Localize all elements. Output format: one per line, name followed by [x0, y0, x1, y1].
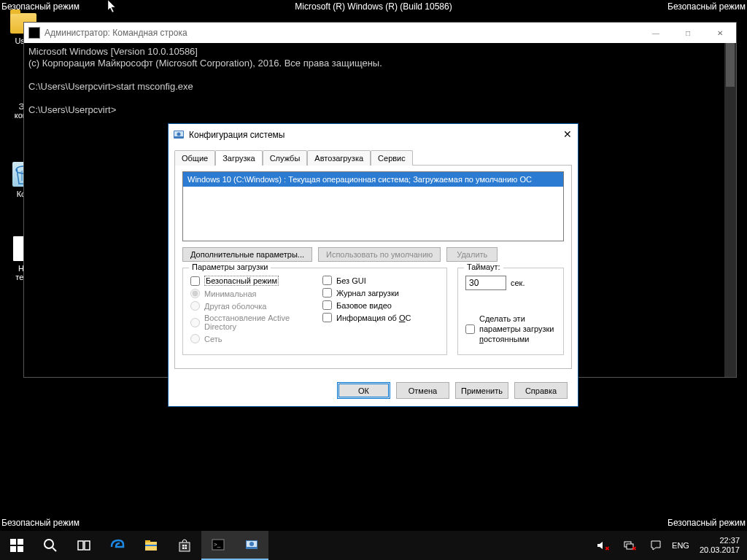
radio-input	[190, 289, 200, 298]
radio-input	[190, 334, 200, 343]
tab-services[interactable]: Службы	[263, 150, 308, 166]
cmd-title: Администратор: Командная строка	[44, 28, 187, 38]
svg-rect-17	[182, 548, 185, 550]
boot-options-group: Параметры загрузки Безопасный режим Мини…	[182, 268, 447, 355]
checkbox-input[interactable]	[190, 276, 200, 286]
msconfig-dialog: Конфигурация системы ✕ Общие Загрузка Сл…	[168, 123, 578, 407]
radio-minimal: Минимальная	[190, 289, 318, 298]
msconfig-taskbar-button[interactable]	[235, 531, 268, 560]
close-button[interactable]: ✕	[562, 128, 573, 140]
volume-icon[interactable]: ✖	[596, 540, 613, 551]
checkbox-input[interactable]	[322, 300, 332, 310]
checkbox-input[interactable]	[465, 324, 475, 334]
checkbox-input[interactable]	[322, 276, 332, 285]
delete-button: Удалить	[446, 247, 498, 262]
ok-button[interactable]: ОК	[337, 382, 390, 399]
radio-input	[190, 301, 200, 311]
tab-body: Windows 10 (C:\Windows) : Текущая операц…	[174, 165, 572, 369]
svg-line-8	[53, 548, 56, 551]
windows-icon	[9, 538, 24, 553]
clock-time: 22:37	[700, 536, 740, 545]
os-boot-info-checkbox[interactable]: Информация об ОС	[322, 313, 439, 322]
cmd-icon	[28, 27, 40, 39]
dialog-titlebar[interactable]: Конфигурация системы ✕	[169, 124, 578, 145]
start-button[interactable]	[0, 531, 34, 560]
svg-rect-10	[85, 541, 90, 550]
dialog-button-row: ОК Отмена Применить Справка	[169, 375, 578, 406]
timeout-group: Таймаут: сек. Сделать эти параметры загр…	[457, 268, 564, 355]
help-button[interactable]: Справка	[514, 382, 568, 399]
no-gui-checkbox[interactable]: Без GUI	[322, 276, 439, 285]
svg-rect-3	[10, 539, 16, 545]
search-icon	[43, 538, 58, 553]
safe-mode-checkbox[interactable]: Безопасный режим	[190, 276, 318, 286]
tab-tools[interactable]: Сервис	[371, 150, 413, 166]
timeout-input[interactable]	[465, 276, 506, 290]
tab-strip: Общие Загрузка Службы Автозагрузка Серви…	[169, 145, 578, 165]
radio-label: Сеть	[204, 335, 222, 343]
checkbox-input[interactable]	[322, 288, 332, 298]
build-label: Microsoft (R) Windows (R) (Build 10586)	[295, 1, 452, 12]
close-button[interactable]: ✕	[704, 23, 736, 43]
tab-startup[interactable]: Автозагрузка	[307, 150, 371, 166]
radio-alt-shell: Другая оболочка	[190, 301, 318, 311]
cmd-body[interactable]: Microsoft Windows [Version 10.0.10586] (…	[24, 43, 736, 119]
clock[interactable]: 22:37 20.03.2017	[700, 536, 740, 555]
svg-rect-5	[10, 546, 16, 552]
tab-general[interactable]: Общие	[174, 150, 215, 166]
minimize-button[interactable]: —	[640, 23, 672, 43]
task-view-icon	[77, 538, 91, 553]
system-tray: ✖ ✖ ENG 22:37 20.03.2017	[596, 531, 747, 560]
cmd-titlebar[interactable]: Администратор: Командная строка — □ ✕	[24, 23, 736, 43]
checkbox-label: Базовое видео	[336, 301, 392, 310]
scrollbar-thumb[interactable]	[726, 43, 735, 87]
svg-rect-9	[78, 541, 83, 550]
store-icon	[177, 538, 192, 553]
explorer-icon	[144, 538, 158, 553]
edge-icon	[110, 538, 125, 553]
svg-point-2	[177, 132, 181, 136]
search-button[interactable]	[34, 531, 67, 560]
task-view-button[interactable]	[67, 531, 101, 560]
checkbox-label: Информация об ОС	[336, 314, 411, 322]
action-center-icon[interactable]	[650, 540, 662, 551]
checkbox-label: Сделать эти параметры загрузки постоянны…	[479, 314, 556, 344]
tab-boot[interactable]: Загрузка	[215, 150, 262, 166]
edge-button[interactable]	[101, 531, 134, 560]
os-list[interactable]: Windows 10 (C:\Windows) : Текущая операц…	[182, 171, 564, 241]
scrollbar[interactable]	[724, 43, 736, 377]
network-icon[interactable]: ✖	[623, 540, 640, 551]
svg-point-7	[44, 540, 53, 548]
svg-rect-6	[18, 546, 23, 552]
permanent-checkbox[interactable]: Сделать эти параметры загрузки постоянны…	[465, 314, 556, 344]
msconfig-icon	[244, 537, 259, 552]
radio-network: Сеть	[190, 334, 318, 343]
dialog-title: Конфигурация системы	[189, 130, 285, 140]
cancel-button[interactable]: Отмена	[396, 382, 449, 399]
cmd-taskbar-button[interactable]: >_	[201, 531, 235, 560]
store-button[interactable]	[168, 531, 201, 560]
svg-rect-15	[182, 545, 185, 547]
language-indicator[interactable]: ENG	[672, 541, 689, 550]
svg-rect-12	[145, 540, 150, 542]
maximize-button[interactable]: □	[672, 23, 704, 43]
radio-label: Другая оболочка	[204, 302, 266, 311]
base-video-checkbox[interactable]: Базовое видео	[322, 300, 439, 310]
apply-button[interactable]: Применить	[455, 382, 508, 399]
boot-log-checkbox[interactable]: Журнал загрузки	[322, 288, 439, 298]
checkbox-label: Без GUI	[336, 276, 366, 285]
explorer-button[interactable]	[134, 531, 168, 560]
checkbox-input[interactable]	[322, 313, 332, 322]
svg-rect-18	[185, 548, 187, 550]
svg-point-23	[249, 542, 254, 546]
radio-label: Восстановление Active Directory	[204, 314, 318, 331]
checkbox-label: Безопасный режим	[204, 276, 279, 286]
radio-input	[190, 318, 200, 327]
os-list-item[interactable]: Windows 10 (C:\Windows) : Текущая операц…	[183, 172, 563, 187]
safe-mode-label-br: Безопасный режим	[667, 518, 746, 528]
svg-rect-13	[145, 545, 157, 546]
svg-rect-16	[185, 545, 187, 547]
advanced-options-button[interactable]: Дополнительные параметры...	[182, 247, 312, 262]
cmd-icon: >_	[211, 537, 225, 552]
svg-text:>_: >_	[214, 541, 221, 548]
